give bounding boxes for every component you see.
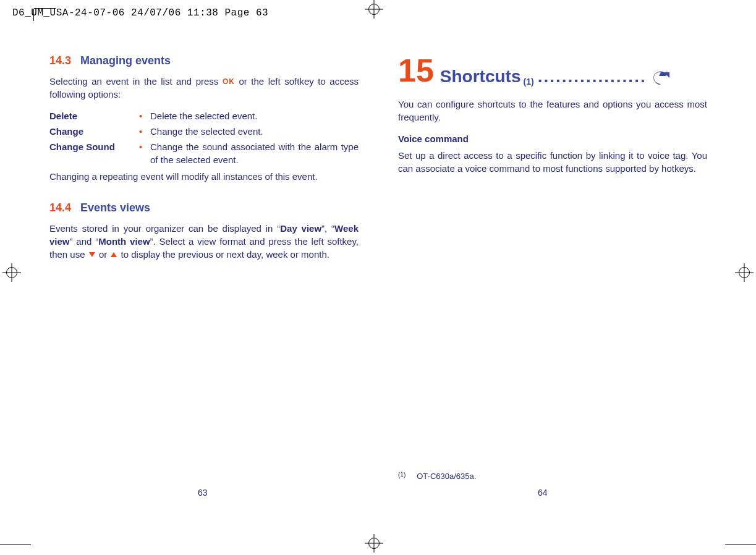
- text: or: [96, 249, 110, 260]
- text: Events stored in your organizer can be d…: [49, 223, 280, 234]
- chapter-number: 15: [398, 54, 434, 87]
- chapter-sup: (1): [524, 77, 534, 87]
- option-label: Change: [49, 125, 139, 138]
- ok-icon: OK: [223, 77, 235, 87]
- crop-tick: [33, 9, 34, 21]
- option-row-change: Change • Change the selected event.: [49, 125, 359, 138]
- up-arrow-icon: [111, 252, 117, 257]
- page-number-left: 63: [198, 487, 208, 499]
- bullet-icon: •: [139, 109, 150, 122]
- text: ” and “: [70, 236, 99, 247]
- bullet-icon: •: [139, 125, 150, 138]
- option-row-change-sound: Change Sound • Change the sound associat…: [49, 140, 359, 166]
- footnote-text: OT-C630a/635a.: [417, 471, 476, 482]
- crop-tick: [0, 544, 31, 545]
- shortcut-arrow-icon: [653, 71, 670, 85]
- sub-heading-voice-command: Voice command: [398, 132, 707, 145]
- intro-paragraph: Selecting an event in the list and press…: [49, 75, 359, 101]
- page-number-right: 64: [538, 487, 548, 499]
- chapter-title-text: Shortcuts: [440, 67, 521, 87]
- text: ”, “: [321, 223, 334, 234]
- section-number: 14.4: [49, 201, 71, 214]
- crop-tick: [34, 8, 56, 9]
- option-row-delete: Delete • Delete the selected event.: [49, 109, 359, 122]
- page-left: 14.3 Managing events Selecting an event …: [49, 49, 359, 269]
- option-desc: Delete the selected event.: [150, 109, 359, 122]
- bullet-icon: •: [139, 140, 150, 166]
- registration-mark-right: [739, 267, 750, 278]
- footnote-marker: (1): [398, 471, 406, 482]
- option-desc: Change the sound associated with the ala…: [150, 140, 359, 166]
- registration-mark-top: [368, 4, 380, 15]
- manual-spread: D6_UM_USA-24-07-06 24/07/06 11:38 Page 6…: [0, 0, 756, 555]
- section-heading-14-4: 14.4 Events views: [49, 200, 359, 216]
- views-paragraph: Events stored in your organizer can be d…: [49, 222, 359, 261]
- bold: Month view: [98, 236, 150, 247]
- option-label: Change Sound: [49, 140, 139, 166]
- footnote: (1) OT-C630a/635a.: [398, 471, 476, 482]
- leader-dots: ..................: [538, 67, 647, 87]
- down-arrow-icon: [89, 252, 95, 257]
- registration-mark-left: [6, 267, 17, 278]
- shortcuts-intro: You can configure shortcuts to the featu…: [398, 98, 707, 124]
- section-title: Events views: [80, 201, 150, 214]
- option-label: Delete: [49, 109, 139, 122]
- crop-tick: [725, 544, 756, 545]
- section-title: Managing events: [80, 54, 171, 67]
- text: to display the previous or next day, wee…: [118, 249, 329, 260]
- text: Selecting an event in the list and press: [49, 76, 223, 87]
- section-number: 14.3: [49, 54, 71, 67]
- chapter-heading: 15 Shortcuts (1) ..................: [398, 54, 707, 87]
- registration-mark-bottom: [368, 538, 380, 549]
- section-heading-14-3: 14.3 Managing events: [49, 53, 359, 69]
- page-right: 15 Shortcuts (1) .................. You …: [398, 49, 707, 184]
- bold: Day view: [280, 223, 321, 234]
- option-desc: Change the selected event.: [150, 125, 359, 138]
- voice-command-paragraph: Set up a direct access to a specific fun…: [398, 149, 707, 175]
- note-paragraph: Changing a repeating event will modify a…: [49, 170, 359, 183]
